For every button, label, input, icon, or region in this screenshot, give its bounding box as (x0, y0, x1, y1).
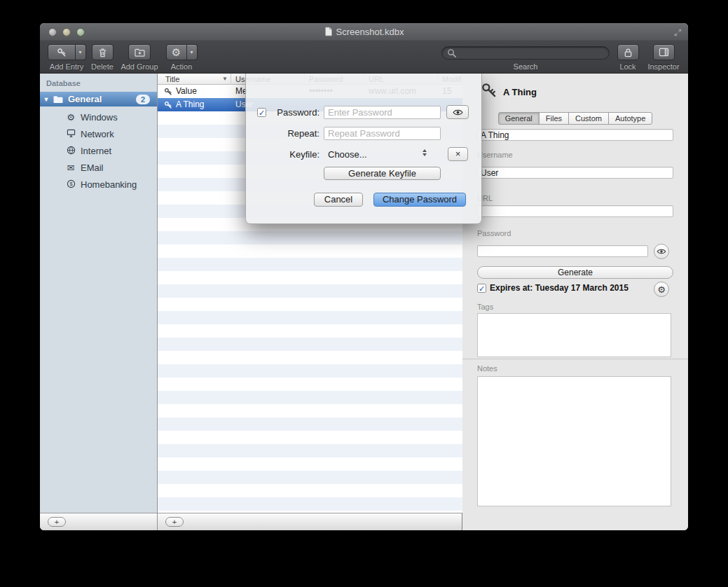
sheet-show-password-button[interactable] (446, 105, 469, 119)
inspector-toggle-button[interactable] (653, 44, 675, 60)
repeat-password-input[interactable] (324, 127, 441, 140)
cancel-button[interactable]: Cancel (314, 193, 363, 207)
sidebar-group-general[interactable]: ▼ General 2 (40, 92, 157, 106)
group-sidebar: Database ▼ General 2 ⚙ Windows Network (40, 74, 158, 530)
lock-label: Lock (616, 62, 640, 71)
sidebar-bottom-bar: + (40, 513, 157, 530)
add-group-button[interactable] (128, 44, 151, 60)
search-input[interactable] (459, 48, 599, 59)
svg-text:$: $ (69, 181, 72, 187)
expires-checkbox[interactable]: ✓ (477, 284, 486, 293)
url-field[interactable] (477, 205, 673, 217)
generate-password-button[interactable]: Generate (477, 266, 673, 279)
sidebar-item-windows[interactable]: ⚙ Windows (40, 109, 157, 125)
keyfile-stepper-icon[interactable] (423, 149, 427, 156)
username-label: Username (477, 151, 513, 159)
add-entry-button[interactable] (48, 44, 76, 60)
entry-list-bottom-bar: + (158, 513, 462, 530)
close-icon: × (455, 149, 461, 159)
toolbar: ▼ Add Entry Delete Add Group (40, 41, 688, 74)
inspector-tabs: General Files Custom Autotype (462, 112, 688, 125)
password-field[interactable] (477, 245, 648, 257)
sidebar-item-network[interactable]: Network (40, 125, 157, 142)
add-entry-plus-button[interactable]: + (165, 517, 184, 527)
sidebar-item-email[interactable]: ✉ EMail (40, 159, 157, 176)
coin-icon: $ (65, 179, 76, 190)
gear-icon: ⚙ (172, 47, 181, 57)
add-group-label: Add Group (119, 62, 160, 71)
eye-icon (657, 248, 666, 255)
sidebar-group-label: General (68, 94, 136, 104)
key-icon (164, 87, 172, 98)
section-divider (462, 359, 688, 359)
sheet-password-label: Password: (269, 107, 320, 118)
search-label: Search (441, 62, 610, 71)
chevron-down-icon: ▼ (78, 50, 83, 55)
sidebar-item-internet[interactable]: Internet (40, 142, 157, 159)
new-password-input[interactable] (324, 106, 441, 119)
sidebar-item-homebanking[interactable]: $ Homebanking (40, 176, 157, 193)
delete-button[interactable] (92, 44, 114, 60)
notes-field[interactable] (477, 376, 671, 506)
screen-background: Screenshot.kdbx ▼ Add Entry (0, 0, 728, 587)
tab-general[interactable]: General (498, 112, 540, 125)
chevron-down-icon: ▼ (189, 50, 194, 55)
tab-autotype[interactable]: Autotype (608, 112, 652, 125)
keyfile-row: Keyfile: Choose... (269, 146, 367, 162)
action-label: Action (165, 62, 198, 71)
sidebar-item-label: Internet (81, 146, 111, 156)
gear-icon: ⚙ (657, 285, 666, 294)
inspector-entry-title: A Thing (503, 87, 537, 97)
add-entry-label: Add Entry (46, 62, 87, 71)
sidebar-item-label: Windows (81, 112, 118, 123)
tags-label: Tags (477, 303, 493, 311)
document-icon (324, 27, 333, 36)
windows-group-icon: ⚙ (65, 113, 76, 122)
username-field[interactable] (477, 167, 673, 179)
sidebar-section-header: Database (46, 79, 81, 88)
password-enable-checkbox[interactable]: ✓ (257, 108, 266, 117)
tags-field[interactable] (477, 313, 671, 357)
show-password-button[interactable] (654, 244, 669, 259)
entry-count-badge: 2 (136, 95, 150, 104)
change-password-sheet: ✓ Password: Repeat: Keyfile: Choose... ×… (245, 74, 482, 224)
tab-custom[interactable]: Custom (568, 112, 609, 125)
window-title: Screenshot.kdbx (336, 27, 404, 37)
delete-label: Delete (90, 62, 114, 71)
clear-keyfile-button[interactable]: × (448, 147, 468, 161)
inspector-panel: A Thing General Files Custom Autotype Us… (462, 74, 688, 530)
add-group-plus-button[interactable]: + (48, 517, 66, 527)
expires-label: Expires at: Tuesday 17 March 2015 (490, 283, 629, 293)
lock-button[interactable] (617, 44, 639, 60)
folder-icon (53, 95, 64, 104)
fullscreen-icon[interactable] (673, 27, 682, 40)
keyfile-select[interactable]: Choose... (328, 149, 367, 160)
inspector-panel-icon (659, 48, 669, 57)
titlebar: Screenshot.kdbx (40, 23, 688, 41)
expires-settings-button[interactable]: ⚙ (654, 282, 669, 297)
action-button[interactable]: ⚙ (166, 44, 187, 60)
inspector-label: Inspector (645, 62, 682, 71)
search-field[interactable] (441, 46, 610, 60)
key-icon (164, 100, 172, 111)
sidebar-item-label: Network (81, 129, 114, 139)
lock-icon (624, 48, 633, 57)
change-password-button[interactable]: Change Password (373, 193, 466, 207)
add-entry-dropdown[interactable]: ▼ (76, 44, 86, 60)
globe-icon (65, 146, 76, 156)
column-header-title[interactable]: Title▼ (158, 74, 231, 85)
tab-files[interactable]: Files (539, 112, 569, 125)
window-title-area: Screenshot.kdbx (40, 27, 688, 37)
generate-keyfile-button[interactable]: Generate Keyfile (324, 167, 441, 180)
key-icon (57, 48, 67, 57)
action-dropdown[interactable]: ▼ (187, 44, 198, 60)
app-window: Screenshot.kdbx ▼ Add Entry (40, 23, 688, 530)
sidebar-item-label: Homebanking (81, 179, 137, 190)
sort-indicator-icon: ▼ (222, 74, 228, 85)
sheet-repeat-label: Repeat: (269, 128, 320, 139)
disclosure-triangle-icon[interactable]: ▼ (40, 96, 53, 103)
window-chrome: Screenshot.kdbx ▼ Add Entry (40, 23, 688, 74)
sidebar-item-label: EMail (81, 163, 104, 173)
entry-key-icon (481, 82, 497, 101)
title-field[interactable] (477, 129, 673, 141)
